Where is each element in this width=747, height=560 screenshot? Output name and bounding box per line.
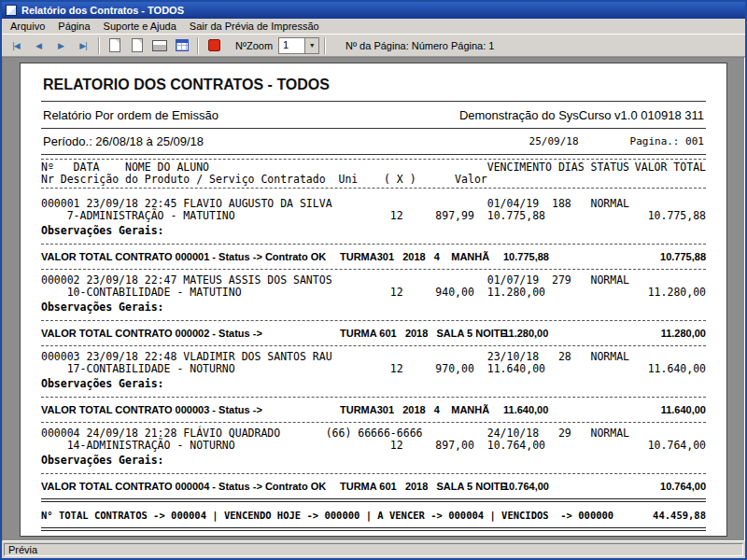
zoom-value: 1 (279, 38, 304, 53)
window-titlebar: Relatório dos Contratos - TODOS (2, 2, 745, 19)
contract-detail-total: 11.640,00 (648, 363, 706, 375)
contract-total-row: VALOR TOTAL CONTRATO 000003 - Status -> … (41, 399, 706, 420)
contract-total-right: 10.764,00 (622, 481, 706, 492)
contract-total-row: VALOR TOTAL CONTRATO 000004 - Status -> … (41, 476, 706, 497)
chevron-down-icon[interactable]: ▼ (304, 38, 318, 53)
menu-item-pagina[interactable]: Página (51, 20, 96, 33)
contract-turma: TURMA301 2018 4 MANHÃ (340, 251, 503, 262)
stop-icon (208, 39, 220, 51)
prev-page-icon: ◀ (35, 41, 41, 50)
dashed-divider (41, 320, 706, 321)
report-title: RELATORIO DOS CONTRATOS - TODOS (41, 71, 706, 101)
contract-detail-left: 7-ADMINISTRAÇÃO - MATUTINO 12 897,99 10.… (41, 210, 545, 222)
contract-block: 000002 23/09/18 22:47 MATEUS ASSIS DOS S… (41, 274, 706, 346)
contract-detail-total: 10.764,00 (648, 440, 706, 452)
contract-total-right: 10.775,88 (622, 251, 706, 262)
last-page-icon: ▶| (79, 41, 86, 50)
toolbar-separator (98, 37, 100, 54)
zoom-label: NºZoom (235, 40, 273, 51)
toolbar-separator (324, 37, 326, 54)
grid-icon (176, 39, 189, 51)
contract-total-row: VALOR TOTAL CONTRATO 000001 - Status -> … (41, 246, 706, 267)
whole-page-icon (109, 38, 120, 52)
report-subtitle-row: Relatório Por ordem de Emissão Demonstra… (41, 102, 706, 128)
contract-total-row: VALOR TOTAL CONTRATO 000002 - Status -> … (41, 323, 706, 343)
report-totals-text: N° TOTAL CONTRATOS -> 000004 | VENCENDO … (41, 510, 613, 521)
dashed-divider (41, 159, 706, 160)
dashed-divider (41, 473, 706, 474)
first-page-icon: |◀ (12, 41, 19, 50)
dashed-divider (41, 422, 706, 423)
report-date-page: 25/09/18 Pagina.: 001 (529, 135, 704, 147)
report-period: Período.: 26/08/18 à 25/09/18 (43, 134, 204, 148)
page-width-button[interactable] (127, 36, 148, 55)
contract-block: 000001 23/09/18 22:45 FLAVIO AUGUSTO DA … (41, 198, 706, 270)
contract-detail-row: 7-ADMINISTRAÇÃO - MATUTINO 12 897,99 10.… (41, 210, 706, 222)
print-button[interactable] (149, 36, 170, 55)
nav-last-button[interactable]: ▶| (73, 36, 93, 55)
contract-detail-left: 14-ADMINISTRAÇÃO - NOTURNO 12 897,00 10.… (41, 440, 545, 452)
report-demo-label: Demonstração do SysCurso v1.0 010918 311 (459, 108, 704, 122)
whole-page-button[interactable] (105, 36, 125, 55)
menu-item-arquivo[interactable]: Arquivo (4, 20, 51, 33)
report-page: RELATORIO DOS CONTRATOS - TODOS Relatóri… (20, 63, 727, 537)
observations-label: Observações Gerais: (41, 378, 706, 390)
zoom-select[interactable]: 1 ▼ (278, 37, 319, 54)
menu-item-sair-previa[interactable]: Sair da Prévia de Impressão (183, 20, 326, 33)
contract-turma: TURMA301 2018 4 MANHÃ (340, 404, 503, 415)
contract-turma: TURMA 601 2018 SALA 5 NOITE (340, 481, 503, 492)
close-preview-button[interactable] (204, 36, 224, 55)
observations-label: Observações Gerais: (41, 301, 706, 314)
nav-prev-button[interactable]: ◀ (28, 36, 49, 55)
contract-total-label: VALOR TOTAL CONTRATO 000002 - Status -> (41, 328, 340, 339)
contract-total-value: 11.640,00 (503, 404, 622, 415)
table-header: Nº DATA NOME DO ALUNO VENCIMENTO DIAS ST… (41, 155, 706, 193)
menu-bar: Arquivo Página Suporte e Ajuda Sair da P… (2, 19, 745, 34)
contract-total-value: 10.775,88 (503, 251, 622, 262)
observations-label: Observações Gerais: (41, 455, 706, 467)
report-period-row: Período.: 26/08/18 à 25/09/18 25/09/18 P… (41, 129, 706, 154)
contract-turma: TURMA 601 2018 SALA 5 NOITE (340, 328, 503, 339)
contract-total-label: VALOR TOTAL CONTRATO 000001 - Status -> … (41, 251, 340, 262)
nav-next-button[interactable]: ▶ (50, 36, 71, 55)
double-divider (41, 498, 706, 502)
report-page-number: Pagina.: 001 (630, 135, 704, 147)
column-header-valor-total: VALOR TOTAL (635, 161, 706, 174)
printer-icon (152, 40, 167, 51)
app-window: Relatório dos Contratos - TODOS Arquivo … (0, 0, 747, 560)
contract-detail-row: 10-CONTABILIDADE - MATUTINO 12 940,00 11… (41, 287, 706, 299)
menu-item-suporte[interactable]: Suporte e Ajuda (97, 20, 183, 33)
report-totals-row: N° TOTAL CONTRATOS -> 000004 | VENCENDO … (41, 504, 706, 525)
contract-total-right: 11.640,00 (622, 404, 706, 415)
page-number-label: Nº da Página: Número Página: 1 (345, 40, 494, 51)
contract-detail-row: 14-ADMINISTRAÇÃO - NOTURNO 12 897,00 10.… (41, 440, 706, 452)
contract-detail-total: 10.775,88 (648, 210, 706, 222)
contract-total-value: 11.280,00 (503, 328, 622, 339)
spacer (41, 533, 706, 537)
contract-total-label: VALOR TOTAL CONTRATO 000003 - Status -> (41, 404, 340, 415)
status-bar: Prévia (2, 541, 745, 558)
double-divider (41, 527, 706, 531)
app-icon (6, 5, 17, 16)
contract-total-right: 11.280,00 (622, 328, 706, 339)
dashed-divider (41, 269, 706, 270)
dashed-divider (41, 244, 706, 245)
contract-total-label: VALOR TOTAL CONTRATO 000004 - Status -> … (41, 481, 340, 492)
contract-detail-left: 17-CONTABILIDADE - NOTURNO 12 970,00 11.… (41, 363, 545, 375)
contract-detail-left: 10-CONTABILIDADE - MATUTINO 12 940,00 11… (41, 287, 545, 299)
window-title: Relatório dos Contratos - TODOS (21, 5, 184, 16)
page-width-icon (132, 38, 143, 52)
print-preview-area[interactable]: RELATORIO DOS CONTRATOS - TODOS Relatóri… (2, 57, 745, 541)
contract-block: 000003 23/09/18 22:48 VLADIMIR DOS SANTO… (41, 351, 706, 423)
toolbar: |◀ ◀ ▶ ▶| NºZoom 1 ▼ Nº da Página: Númer… (2, 34, 745, 57)
observations-label: Observações Gerais: (41, 225, 706, 237)
dashed-divider (41, 345, 706, 346)
nav-first-button[interactable]: |◀ (6, 36, 26, 55)
dashed-divider (41, 397, 706, 398)
report-print-date: 25/09/18 (529, 135, 579, 147)
status-text: Prévia (4, 543, 743, 556)
next-page-icon: ▶ (58, 41, 63, 50)
contract-detail-total: 11.280,00 (648, 287, 706, 299)
column-header-row-2: Nr Descrição do Produto / Serviço Contra… (41, 174, 706, 186)
setup-button[interactable] (172, 36, 192, 55)
